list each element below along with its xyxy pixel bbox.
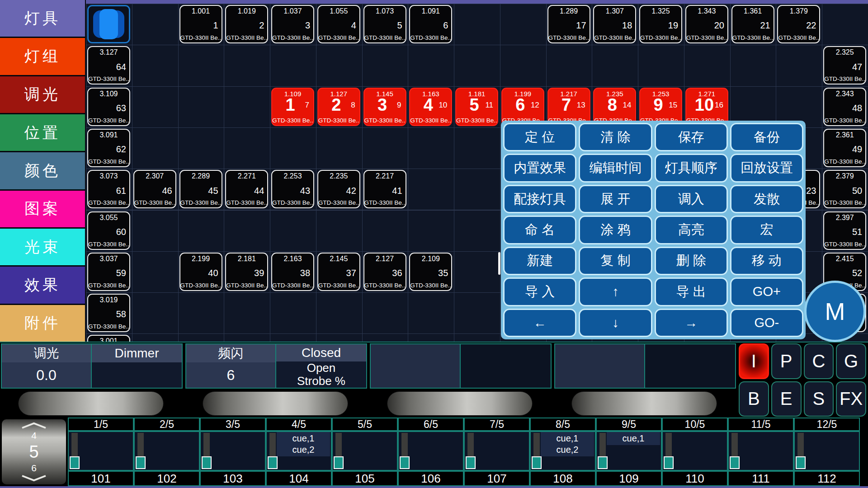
- pool-tile[interactable]: 2.32547GTD-330II Be...: [823, 46, 866, 84]
- pool-tile[interactable]: 2.14537GTD-330II Be...: [317, 253, 360, 291]
- fader-number[interactable]: 102: [134, 471, 200, 486]
- pool-tile[interactable]: 3.03759GTD-330II Be...: [87, 253, 130, 291]
- fader-track-area[interactable]: cue,1cue,2: [530, 431, 596, 471]
- pool-tile[interactable]: 3.01958GTD-330II Be...: [87, 294, 130, 332]
- pool-tile[interactable]: 2.10935GTD-330II Be...: [409, 253, 452, 291]
- fader-page-label[interactable]: 6/5: [398, 418, 464, 431]
- pool-tile[interactable]: 2.37950GTD-330II Be...: [823, 170, 866, 208]
- fader-handle[interactable]: [598, 456, 608, 469]
- fader-page-label[interactable]: 2/5: [134, 418, 200, 431]
- pool-tile-selected[interactable]: 1.199612GTD-330II Be...: [501, 88, 544, 126]
- page-next[interactable]: 6: [31, 463, 37, 474]
- pool-tile[interactable]: 1.28917GTD-330II Be...: [547, 5, 590, 43]
- mode-button-s[interactable]: S: [804, 381, 834, 417]
- pool-tile-selected[interactable]: 1.2711016GTD-330II Be...: [685, 88, 728, 126]
- menu-button-arrow-right[interactable]: →: [655, 309, 728, 337]
- sidebar-item-beam[interactable]: 光束: [0, 229, 85, 265]
- pool-tile[interactable]: 3.001: [87, 335, 130, 342]
- pool-tile[interactable]: 1.32519GTD-330II Be...: [639, 5, 682, 43]
- fader-number[interactable]: 103: [200, 471, 266, 486]
- mode-button-g[interactable]: G: [836, 343, 866, 379]
- fader-handle[interactable]: [664, 456, 674, 469]
- menu-button-arrow-left[interactable]: ←: [503, 309, 576, 337]
- pool-tile[interactable]: 3.09162GTD-330II Be...: [87, 129, 130, 167]
- encoder-wheel-1[interactable]: [18, 391, 164, 416]
- fader-track[interactable]: [203, 433, 210, 457]
- pool-tile-selected[interactable]: 1.14539GTD-330II Be...: [363, 88, 406, 126]
- pool-tile[interactable]: 2.12736GTD-330II Be...: [363, 253, 406, 291]
- fader-page-label[interactable]: 12/5: [794, 418, 860, 431]
- pool-tile[interactable]: 2.39751GTD-330II Be...: [823, 211, 866, 250]
- sidebar-item-fixtures[interactable]: 灯具: [0, 0, 85, 37]
- fader-track-area[interactable]: [728, 431, 794, 471]
- fader-track-area[interactable]: [332, 431, 398, 471]
- menu-button-import[interactable]: 导 入: [503, 277, 576, 306]
- fader-track-area[interactable]: cue,1: [596, 431, 662, 471]
- chevron-down-icon[interactable]: [19, 474, 48, 482]
- fader-handle[interactable]: [70, 456, 80, 469]
- menu-button-delete[interactable]: 删 除: [655, 247, 728, 275]
- fader-number[interactable]: 111: [728, 471, 794, 486]
- fader-track[interactable]: [401, 433, 408, 457]
- fader-number[interactable]: 110: [662, 471, 728, 486]
- pool-tile[interactable]: 1.0011GTD-330II Be...: [179, 5, 222, 43]
- menu-button-edit-time[interactable]: 编辑时间: [579, 154, 652, 182]
- fader-track-area[interactable]: cue,1cue,2: [266, 431, 332, 471]
- fader-track-area[interactable]: [68, 431, 134, 471]
- pool-tile[interactable]: 1.0735GTD-330II Be...: [363, 5, 406, 43]
- menu-button-patch-fixtures[interactable]: 配接灯具: [503, 185, 576, 213]
- fader-number[interactable]: 105: [332, 471, 398, 486]
- encoder-wheel-4[interactable]: [571, 391, 717, 416]
- menu-button-spread[interactable]: 发散: [730, 185, 803, 213]
- mode-button-b[interactable]: B: [739, 381, 769, 417]
- fader-track-area[interactable]: [200, 431, 266, 471]
- menu-button-builtin-effects[interactable]: 内置效果: [503, 154, 576, 182]
- fader-track-area[interactable]: [662, 431, 728, 471]
- fader-page-label[interactable]: 5/5: [332, 418, 398, 431]
- page-prev[interactable]: 4: [31, 430, 37, 441]
- pool-tile[interactable]: 1.34320GTD-330II Be...: [685, 5, 728, 43]
- pool-tile-selected[interactable]: 1.235814GTD-330II Be...: [593, 88, 636, 126]
- fader-number[interactable]: 112: [794, 471, 860, 486]
- encoder-wheel-3[interactable]: [387, 391, 533, 416]
- fader-handle[interactable]: [136, 456, 146, 469]
- menu-button-playback-settings[interactable]: 回放设置: [730, 154, 803, 182]
- fader-page-label[interactable]: 4/5: [266, 418, 332, 431]
- fader-handle[interactable]: [202, 456, 212, 469]
- pool-tile[interactable]: 1.36121GTD-330II Be...: [731, 5, 774, 43]
- pool-tile[interactable]: 3.12764GTD-330II Be...: [87, 46, 130, 84]
- mode-button-p[interactable]: P: [771, 343, 802, 379]
- sidebar-item-dimmer[interactable]: 调光: [0, 76, 85, 113]
- pool-tile[interactable]: 2.23542GTD-330II Be...: [317, 170, 360, 208]
- sidebar-item-color[interactable]: 颜色: [0, 152, 85, 189]
- fader-number[interactable]: 101: [68, 471, 134, 486]
- menu-button-export[interactable]: 导 出: [655, 277, 728, 306]
- pool-tile-fixture-icon[interactable]: [87, 5, 130, 43]
- pool-tile[interactable]: 1.0192GTD-330II Be...: [225, 5, 268, 43]
- fader-track[interactable]: [731, 433, 738, 457]
- fader-number[interactable]: 106: [398, 471, 464, 486]
- fader-page-label[interactable]: 9/5: [596, 418, 662, 431]
- fader-handle[interactable]: [730, 456, 740, 469]
- pool-tile[interactable]: 1.0916GTD-330II Be...: [409, 5, 452, 43]
- menu-button-copy[interactable]: 复 制: [579, 247, 652, 275]
- pool-tile[interactable]: 3.07361GTD-330II Be...: [87, 170, 130, 208]
- pool-tile[interactable]: 1.37922GTD-330II Be...: [777, 5, 820, 43]
- menu-button-doodle[interactable]: 涂 鸦: [579, 216, 652, 244]
- menu-button-locate[interactable]: 定 位: [503, 123, 576, 151]
- fader-handle[interactable]: [400, 456, 410, 469]
- mode-button-i[interactable]: I: [739, 343, 769, 379]
- mode-button-fx[interactable]: FX: [836, 381, 866, 417]
- menu-button-backup[interactable]: 备份: [730, 123, 803, 151]
- pool-tile[interactable]: 2.34348GTD-330II Be...: [823, 88, 866, 126]
- menu-button-expand[interactable]: 展 开: [579, 185, 652, 213]
- menu-button-clear[interactable]: 清 除: [579, 123, 652, 151]
- pool-tile[interactable]: 3.05560GTD-330II Be...: [87, 211, 130, 250]
- fader-page-label[interactable]: 3/5: [200, 418, 266, 431]
- macro-m-button[interactable]: M: [804, 281, 866, 342]
- pool-tile-selected[interactable]: 1.10917GTD-330II Be...: [271, 88, 314, 126]
- menu-button-highlight[interactable]: 高亮: [655, 216, 728, 244]
- fader-track[interactable]: [533, 433, 540, 457]
- pool-tile[interactable]: 3.10963GTD-330II Be...: [87, 88, 130, 126]
- fader-handle[interactable]: [466, 456, 476, 469]
